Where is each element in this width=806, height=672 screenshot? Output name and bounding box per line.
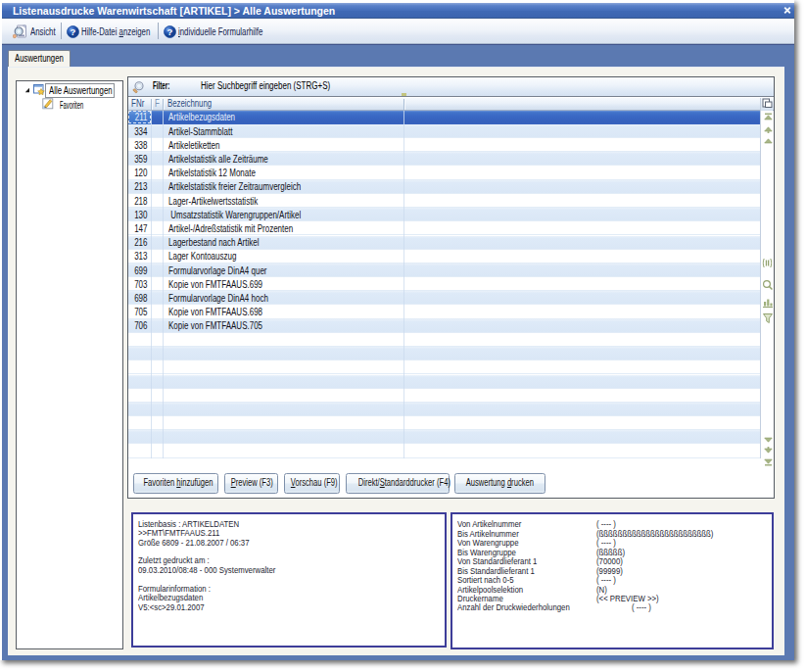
svg-text:?: ?: [70, 26, 75, 37]
svg-text:?: ?: [166, 26, 172, 37]
